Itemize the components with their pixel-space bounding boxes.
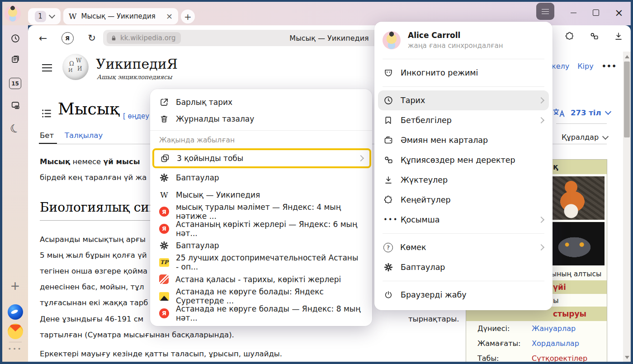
wiki-menu-button[interactable] [42, 64, 52, 74]
wiki-register-link[interactable]: келу [552, 62, 569, 71]
wiki-more-icon[interactable]: ••• [602, 62, 617, 71]
tools-dropdown[interactable]: Құралдар [562, 133, 608, 142]
add-panel-button[interactable]: + [2, 280, 28, 292]
menu-item-incognito[interactable]: Инкогнито режимі [378, 63, 549, 83]
calendar-sidebar-button[interactable]: 15 [2, 78, 28, 89]
wiki-login-link[interactable]: Кіру [577, 62, 593, 71]
plus-icon: + [10, 280, 20, 292]
yandex-home-button[interactable]: Я [61, 31, 74, 45]
menu-item-bookmarks[interactable]: Бетбелгілер [378, 110, 549, 130]
menu-item-passwords[interactable]: Құпиясөздер мен деректер [378, 150, 549, 170]
menu-item-label: Астанада не көруге болады: Яндекс Суретт… [176, 287, 363, 305]
scroll-up-arrow[interactable] [625, 55, 629, 58]
menu-item-closed-page[interactable]: Я Астанада не көруге болады — Яндекс: 8 … [150, 305, 372, 321]
close-window-button[interactable]: × [610, 2, 628, 24]
lock-icon [110, 35, 117, 42]
menu-item-closed-page[interactable]: Я Астананың көрікті жерлері — Яндекс: 6 … [150, 220, 372, 237]
browser-menu-button[interactable] [536, 3, 554, 20]
scroll-down-arrow[interactable] [625, 356, 629, 359]
wiki-logo-title[interactable]: УикипедиЯ [96, 56, 178, 72]
wallet-icon [383, 135, 393, 145]
history-sidebar-button[interactable] [2, 33, 28, 43]
menu-item-label: Қосымша [401, 215, 532, 224]
dark-mode-sidebar-button[interactable]: ☾ [2, 123, 28, 134]
bold-term: үй мысы [104, 157, 140, 166]
menu-item-settings[interactable]: Баптаулар [150, 237, 372, 254]
menu-item-closed-page[interactable]: Я мысық туралы мәлімет — Яндекс: 4 мың н… [150, 203, 372, 220]
tab-group-chip[interactable]: 1 [28, 8, 61, 24]
chevron-right-icon [538, 244, 544, 251]
tab-close-icon[interactable]: × [166, 12, 173, 20]
extensions-icon[interactable] [565, 31, 575, 41]
menu-item-label: Барлық тарих [176, 98, 232, 107]
menu-item-label: 3 қойынды тобы [177, 154, 352, 163]
infobox-section-fragment: үйі [553, 283, 566, 292]
puzzle-icon [383, 195, 393, 205]
menu-item-all-history[interactable]: Барлық тарих [150, 94, 372, 110]
taxo-value-link[interactable]: Хордалылар [532, 339, 579, 348]
page-scrollbar[interactable] [623, 52, 631, 362]
external-link-icon [159, 97, 169, 107]
yandex-disk-button[interactable] [2, 304, 28, 320]
menu-item-closed-page[interactable]: Астана қаласы - тарихы, көрікті жерлері [150, 271, 372, 288]
menu-item-history-highlighted[interactable]: Тарих [378, 90, 549, 110]
maximize-button[interactable] [587, 2, 605, 24]
profile-avatar[interactable] [5, 5, 21, 22]
paragraph-line: тұлғасынан екі жаққа тарб [40, 295, 148, 311]
screenshot-sidebar-button[interactable] [2, 100, 28, 110]
taxo-value-link[interactable]: Жануарлар [532, 324, 576, 333]
wikipedia-logo[interactable]: Ω W И И [62, 54, 89, 80]
yandex-mail-button[interactable] [2, 324, 28, 339]
wiki-logo-subtitle: Ашық энциклопедиясы [97, 73, 172, 80]
edit-link[interactable]: [ өңдеу [123, 112, 149, 120]
help-icon: ? [383, 243, 393, 252]
menu-item-more[interactable]: ••• Қосымша [378, 210, 549, 230]
taxo-value-link[interactable]: Сүтқоректілер [532, 354, 587, 362]
paragraph-line: бірдей кең таралған үй жа [40, 170, 146, 185]
menu-item-label: Тарих [401, 96, 532, 105]
yandex-search-icon: Я [159, 207, 169, 217]
menu-item-label: Инкогнито режимі [401, 68, 543, 77]
active-tab[interactable]: W Мысық — Уикипедия × [63, 8, 178, 24]
menu-item-extensions[interactable]: Кеңейтулер [378, 190, 549, 210]
language-selector[interactable]: 273 тіл [553, 108, 610, 118]
notes-sidebar-button[interactable] [2, 54, 28, 64]
menu-item-help[interactable]: ? Көмек [378, 237, 549, 257]
passwords-icon[interactable] [589, 31, 599, 41]
scrollbar-thumb[interactable] [624, 61, 630, 137]
sidebar-more-button[interactable]: ••• [2, 345, 28, 352]
minimize-button[interactable] [564, 2, 582, 24]
wiki-user-links: келу Кіру ••• [552, 62, 617, 71]
site-identity-chip[interactable]: kk.wikipedia.org [107, 32, 181, 44]
downloads-icon[interactable] [614, 31, 624, 41]
tab-group-icon [160, 153, 170, 163]
menu-item-tab-group-highlighted[interactable]: 3 қойынды тобы [152, 148, 371, 168]
taxo-row: Дүниесі: Жануарлар [466, 321, 607, 336]
back-button[interactable]: ← [36, 31, 50, 45]
reload-button[interactable]: ↻ [85, 31, 99, 45]
wikipedia-icon: W [69, 12, 76, 21]
menu-item-wallet[interactable]: Әмиян мен карталар [378, 130, 549, 150]
taxo-label: Жамағаты: [477, 339, 532, 348]
new-tab-button[interactable]: + [181, 9, 195, 24]
menu-item-closed-page[interactable]: W Мысық — Уикипедия [150, 186, 372, 203]
article-title: Мысық [58, 99, 119, 118]
tab-article[interactable]: Бет [40, 131, 54, 140]
menu-item-settings[interactable]: Баптаулар [150, 170, 372, 186]
menu-item-settings[interactable]: Баптаулар [378, 257, 549, 277]
bold-term: Мысық [40, 157, 70, 166]
tab-talk[interactable]: Талқылау [65, 131, 103, 140]
menu-item-closed-page[interactable]: Астанада не көруге болады: Яндекс Суретт… [150, 288, 372, 305]
profile-section[interactable]: Alice Carroll жаңа ғана синхрондалған [374, 27, 553, 55]
toc-icon[interactable] [41, 108, 52, 119]
menu-item-label: Баптаулар [401, 263, 543, 272]
download-icon [383, 175, 393, 185]
menu-item-label: Бетбелгілер [401, 116, 532, 125]
menu-item-clear-journal[interactable]: Журналды тазалау [150, 110, 372, 127]
menu-item-closed-page[interactable]: ТР 25 лучших достопримечательностей Аста… [150, 254, 372, 271]
chevron-down-icon [602, 133, 609, 139]
translate-icon [553, 108, 566, 118]
chevron-right-icon [538, 217, 544, 223]
menu-item-downloads[interactable]: Жүктеулер [378, 170, 549, 190]
menu-item-close-browser[interactable]: Браузерді жабу [378, 285, 549, 305]
